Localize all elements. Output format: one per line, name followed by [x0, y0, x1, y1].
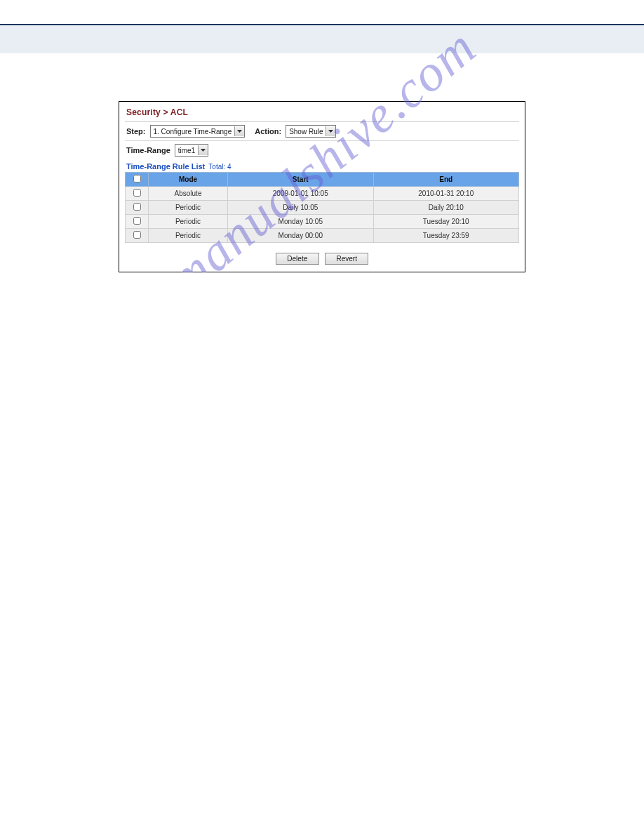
time-range-row: Time-Range time1 — [125, 140, 519, 159]
action-select-value: Show Rule — [289, 128, 323, 135]
table-row: Periodic Monday 00:00 Tuesday 23:59 — [126, 229, 519, 243]
step-label: Step: — [126, 127, 146, 135]
revert-button[interactable]: Revert — [325, 253, 368, 265]
cell-start: Monday 00:00 — [228, 229, 373, 243]
time-range-select[interactable]: time1 — [175, 144, 208, 157]
col-end: End — [373, 173, 519, 187]
svg-marker-1 — [328, 130, 333, 133]
chevron-down-icon — [326, 126, 335, 136]
time-range-select-value: time1 — [178, 147, 195, 154]
cell-end: Tuesday 23:59 — [373, 229, 519, 243]
page-banner — [0, 25, 644, 53]
table-row: Periodic Daily 10:05 Daily 20:10 — [126, 201, 519, 215]
acl-panel: Security > ACL Step: 1. Configure Time-R… — [119, 101, 525, 272]
col-select-all[interactable] — [126, 173, 149, 187]
rule-list-title: Time-Range Rule List Total: 4 — [125, 159, 519, 172]
cell-mode: Periodic — [149, 215, 228, 229]
cell-end: Tuesday 20:10 — [373, 215, 519, 229]
cell-end: 2010-01-31 20:10 — [373, 187, 519, 201]
svg-marker-2 — [201, 149, 206, 152]
table-row: Periodic Monday 10:05 Tuesday 20:10 — [126, 215, 519, 229]
col-mode: Mode — [149, 173, 228, 187]
chevron-down-icon — [234, 126, 244, 136]
step-action-row: Step: 1. Configure Time-Range Action: Sh… — [125, 121, 519, 140]
cell-mode: Periodic — [149, 229, 228, 243]
row-checkbox[interactable] — [133, 231, 141, 239]
breadcrumb: Security > ACL — [125, 106, 519, 121]
cell-start: Monday 10:05 — [228, 215, 373, 229]
cell-end: Daily 20:10 — [373, 201, 519, 215]
action-label: Action: — [255, 127, 281, 135]
rule-list-total: Total: 4 — [208, 163, 231, 171]
cell-mode: Absolute — [149, 187, 228, 201]
cell-start: 2009-01-01 10:05 — [228, 187, 373, 201]
chevron-down-icon — [198, 145, 208, 155]
delete-button[interactable]: Delete — [276, 253, 319, 265]
col-start: Start — [228, 173, 373, 187]
select-all-checkbox[interactable] — [133, 175, 141, 183]
cell-mode: Periodic — [149, 201, 228, 215]
step-select-value: 1. Configure Time-Range — [154, 128, 232, 135]
row-checkbox[interactable] — [133, 203, 141, 211]
time-range-label: Time-Range — [126, 146, 170, 154]
rule-table: Mode Start End Absolute 2009-01-01 10:05… — [125, 172, 519, 243]
step-select[interactable]: 1. Configure Time-Range — [150, 125, 246, 138]
svg-marker-0 — [237, 130, 242, 133]
table-row: Absolute 2009-01-01 10:05 2010-01-31 20:… — [126, 187, 519, 201]
row-checkbox[interactable] — [133, 189, 141, 197]
button-row: Delete Revert — [125, 243, 519, 265]
cell-start: Daily 10:05 — [228, 201, 373, 215]
row-checkbox[interactable] — [133, 217, 141, 225]
action-select[interactable]: Show Rule — [286, 125, 336, 138]
